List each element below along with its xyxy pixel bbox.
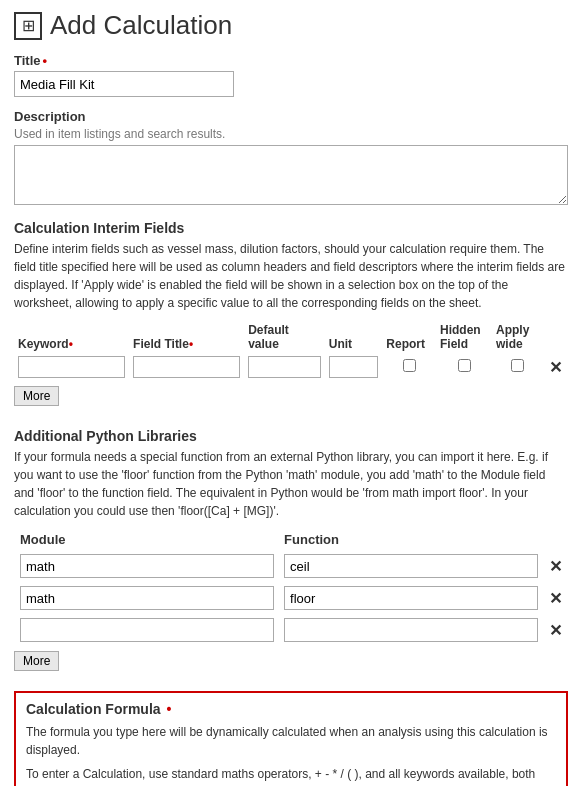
title-required: • [43, 53, 48, 68]
default-value-input[interactable] [248, 356, 321, 378]
table-row: ✕ [16, 615, 566, 645]
col-header-default: Default value [244, 320, 325, 354]
python-libraries-section: Additional Python Libraries If your form… [14, 428, 568, 681]
delete-lib-row-2-button[interactable]: ✕ [549, 589, 562, 608]
delete-row-button[interactable]: ✕ [549, 358, 562, 377]
description-section: Description Used in item listings and se… [14, 109, 568, 208]
col-header-report: Report [382, 320, 436, 354]
interim-table: Keyword• Field Title• Default value Unit… [14, 320, 568, 380]
formula-desc2: To enter a Calculation, use standard mat… [26, 765, 556, 786]
formula-required: • [163, 701, 172, 717]
interim-more-button[interactable]: More [14, 386, 59, 406]
interim-fields-section: Calculation Interim Fields Define interi… [14, 220, 568, 416]
function-input-3[interactable] [284, 618, 538, 642]
col-header-keyword: Keyword• [14, 320, 129, 354]
module-input-1[interactable] [20, 554, 274, 578]
table-row: ✕ [16, 583, 566, 613]
hidden-checkbox[interactable] [458, 359, 471, 372]
module-input-3[interactable] [20, 618, 274, 642]
table-row: ✕ [16, 551, 566, 581]
col-header-apply: Applywide [492, 320, 543, 354]
description-hint: Used in item listings and search results… [14, 127, 568, 141]
title-section: Title• [14, 53, 568, 97]
delete-lib-row-1-button[interactable]: ✕ [549, 557, 562, 576]
report-checkbox[interactable] [403, 359, 416, 372]
formula-desc1: The formula you type here will be dynami… [26, 723, 556, 759]
python-libraries-desc: If your formula needs a special function… [14, 448, 568, 520]
add-calculation-icon: ⊞ [14, 12, 42, 40]
page-header: ⊞ Add Calculation [14, 10, 568, 41]
interim-fields-desc: Define interim fields such as vessel mas… [14, 240, 568, 312]
page-title: Add Calculation [50, 10, 232, 41]
function-input-2[interactable] [284, 586, 538, 610]
col-header-hidden: HiddenField [436, 320, 492, 354]
title-label: Title• [14, 53, 568, 68]
col-header-module: Module [16, 530, 278, 549]
formula-title: Calculation Formula • [26, 701, 556, 717]
keyword-input[interactable] [18, 356, 125, 378]
col-header-lib-del [544, 530, 566, 549]
library-table: Module Function ✕ ✕ ✕ [14, 528, 568, 647]
col-header-fieldtitle: Field Title• [129, 320, 244, 354]
title-input[interactable] [14, 71, 234, 97]
interim-fields-title: Calculation Interim Fields [14, 220, 568, 236]
description-label: Description [14, 109, 568, 124]
function-input-1[interactable] [284, 554, 538, 578]
apply-wide-checkbox[interactable] [511, 359, 524, 372]
formula-section: Calculation Formula • The formula you ty… [14, 691, 568, 786]
col-header-function: Function [280, 530, 542, 549]
delete-lib-row-3-button[interactable]: ✕ [549, 621, 562, 640]
unit-input[interactable] [329, 356, 379, 378]
table-row: ✕ [14, 354, 568, 380]
field-title-input[interactable] [133, 356, 240, 378]
description-input[interactable] [14, 145, 568, 205]
module-input-2[interactable] [20, 586, 274, 610]
col-header-unit: Unit [325, 320, 383, 354]
library-more-button[interactable]: More [14, 651, 59, 671]
col-header-del [543, 320, 568, 354]
python-libraries-title: Additional Python Libraries [14, 428, 568, 444]
